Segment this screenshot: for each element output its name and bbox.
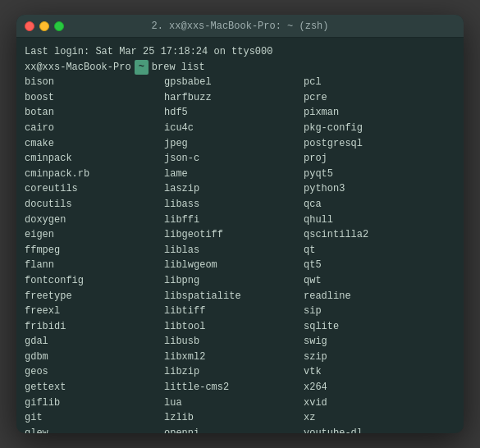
package-name: giflib [25,395,164,411]
package-row: freexllibtiffsip [25,304,455,319]
package-name: lua [164,395,304,411]
package-row: doxygenlibffiqhull [25,213,455,228]
package-name: harfbuzz [164,90,304,106]
package-name: icu4c [164,121,304,136]
package-name: vtk [304,364,322,380]
package-row: gettextlittle-cms2x264 [25,380,455,395]
package-name: liblwgeom [164,258,304,273]
package-row: fontconfiglibpngqwt [25,273,455,289]
package-name: hdf5 [164,105,304,121]
package-name: pkg-config [304,121,363,136]
package-name: proj [304,151,327,167]
package-name: freetype [25,289,164,304]
package-row: eigenlibgeotiffqscintilla2 [25,227,455,243]
prompt-command: brew list [152,60,205,75]
package-name: fontconfig [25,273,164,289]
package-row: freetypelibspatialitereadline [25,289,455,304]
package-name: liblas [164,243,304,258]
package-row: geoslibzipvtk [25,364,455,380]
minimize-button[interactable] [39,21,49,31]
package-name: little-cms2 [164,380,304,395]
package-name: qwt [304,273,322,289]
package-name: qt5 [304,258,322,273]
prompt-arrow: ~ [135,60,149,75]
package-name: cminpack [25,151,164,167]
package-name: swig [304,334,327,350]
package-name: boost [25,90,164,106]
package-name: libass [164,197,304,213]
package-name: gdbm [25,350,164,365]
package-name: libxml2 [164,350,304,365]
package-name: xz [304,410,315,426]
package-name: eigen [25,227,164,243]
package-row: bisongpsbabelpcl [25,75,455,90]
package-name: freexl [25,304,164,319]
package-row: fribidilibtoolsqlite [25,319,455,335]
package-name: libzip [164,364,304,380]
package-name: qca [304,197,322,213]
maximize-button[interactable] [54,21,64,31]
package-list: bisongpsbabelpclboostharfbuzzpcrebotanhd… [25,75,455,433]
package-name: libusb [164,334,304,350]
package-name: libtiff [164,304,304,319]
package-name: geos [25,364,164,380]
package-name: flann [25,258,164,273]
package-name: gpsbabel [164,75,304,90]
package-name: botan [25,105,164,121]
package-name: doxygen [25,213,164,228]
package-row: giflibluaxvid [25,395,455,411]
package-name: lzlib [164,410,304,426]
package-row: ffmpegliblasqt [25,243,455,258]
package-name: cminpack.rb [25,167,164,182]
terminal-body[interactable]: Last login: Sat Mar 25 17:18:24 on ttys0… [16,38,464,433]
package-row: gitlzlibxz [25,410,455,426]
package-name: pcl [304,75,322,90]
package-name: qhull [304,213,333,228]
package-name: postgresql [304,136,363,152]
package-name: jpeg [164,136,304,152]
package-name: gettext [25,380,164,395]
package-name: xvid [304,395,327,411]
prompt-user: xx@xxs-MacBook-Pro [25,60,131,75]
package-name: gdal [25,334,164,350]
terminal-window: 2. xx@xxs-MacBook-Pro: ~ (zsh) Last logi… [16,15,464,433]
package-name: laszip [164,181,304,197]
package-row: cminpack.rblamepyqt5 [25,167,455,182]
package-name: ffmpeg [25,243,164,258]
title-bar: 2. xx@xxs-MacBook-Pro: ~ (zsh) [16,15,464,38]
package-name: cmake [25,136,164,152]
package-row: cmakejpegpostgresql [25,136,455,152]
package-row: cairoicu4cpkg-config [25,121,455,136]
package-name: openni [164,426,304,433]
package-name: libffi [164,213,304,228]
package-name: libgeotiff [164,227,304,243]
package-row: glewopenniyoutube-dl [25,426,455,433]
window-title: 2. xx@xxs-MacBook-Pro: ~ (zsh) [151,21,328,32]
package-name: glew [25,426,164,433]
package-name: sqlite [304,319,339,335]
package-name: youtube-dl [304,426,363,433]
package-name: python3 [304,181,345,197]
package-name: pixman [304,105,339,121]
package-row: docutilslibassqca [25,197,455,213]
traffic-lights [25,21,64,31]
package-name: qscintilla2 [304,227,368,243]
first-prompt-line: xx@xxs-MacBook-Pro ~ brew list [25,60,455,75]
package-row: boostharfbuzzpcre [25,90,455,106]
package-name: libpng [164,273,304,289]
package-name: fribidi [25,319,164,335]
close-button[interactable] [25,21,34,31]
package-name: pcre [304,90,327,106]
package-name: coreutils [25,181,164,197]
package-name: libtool [164,319,304,335]
package-name: sip [304,304,322,319]
package-name: pyqt5 [304,167,333,182]
package-name: readline [304,289,351,304]
package-row: coreutilslaszippython3 [25,181,455,197]
login-line: Last login: Sat Mar 25 17:18:24 on ttys0… [25,44,455,60]
package-row: flannliblwgeomqt5 [25,258,455,273]
package-name: szip [304,350,327,365]
package-row: botanhdf5pixman [25,105,455,121]
package-name: lame [164,167,304,182]
package-row: cminpackjson-cproj [25,151,455,167]
